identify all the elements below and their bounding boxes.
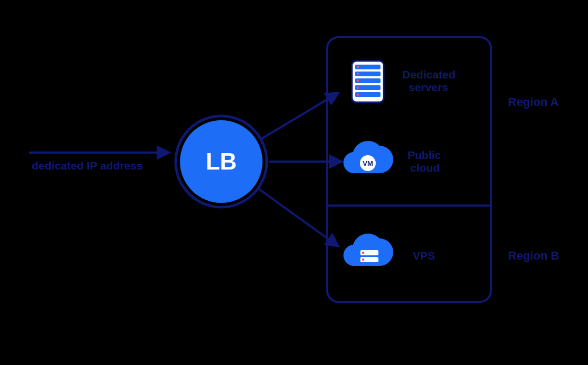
svg-point-12 [357, 93, 359, 95]
svg-point-8 [357, 66, 359, 68]
svg-point-9 [357, 73, 359, 75]
lb-label: LB [206, 148, 237, 174]
lb-diagram: dedicated IP address LB Region A Region … [0, 0, 588, 365]
svg-rect-5 [355, 78, 381, 83]
dedicated-servers-label: Dedicated servers [402, 68, 458, 93]
svg-point-10 [357, 79, 359, 82]
svg-rect-3 [355, 65, 381, 69]
svg-point-16 [362, 259, 364, 261]
svg-rect-7 [355, 92, 381, 97]
svg-rect-6 [355, 85, 381, 90]
label-incoming: dedicated IP address [32, 159, 143, 172]
vps-icon [343, 234, 393, 266]
vm-badge-text: VM [363, 159, 373, 167]
public-cloud-label: Public cloud [408, 149, 444, 174]
region-b-label: Region B [508, 249, 559, 262]
lb-node: LB [176, 116, 267, 207]
svg-rect-4 [355, 72, 381, 76]
public-cloud-icon: VM [343, 141, 393, 173]
svg-point-11 [357, 86, 359, 88]
dedicated-servers-icon [352, 61, 384, 102]
vps-label: VPS [413, 250, 435, 262]
arrow-to-vps [258, 189, 338, 246]
region-a-label: Region A [508, 95, 559, 109]
svg-point-15 [362, 252, 364, 254]
